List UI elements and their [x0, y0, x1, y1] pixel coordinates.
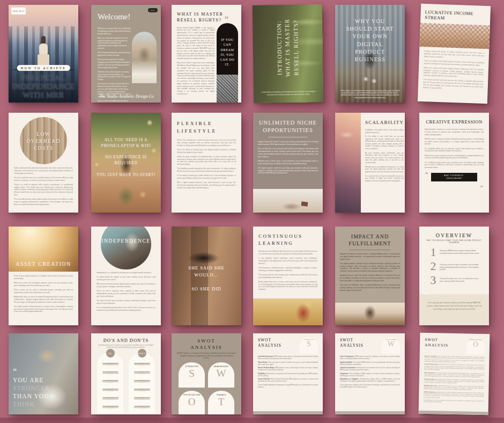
item-number: 03	[107, 378, 113, 384]
page-thumbnail-unlimited-niche[interactable]: UNLIMITED NICHEOPPORTUNITIES Imagine hav…	[253, 113, 323, 213]
title-line: DIGITAL	[338, 41, 402, 48]
page-thumbnail-independence[interactable]: INDEPENDENCE Independence is a hallmark …	[91, 227, 161, 325]
body-text: Digital product creation is a canvas for…	[425, 128, 484, 169]
divider-line	[268, 137, 308, 137]
quadrant-letter: S	[179, 368, 205, 380]
page-thumbnail-she-said[interactable]: SHE SAID SHE WOULD... SO SHE DID	[172, 227, 241, 325]
quadrant-letter: W	[208, 368, 234, 380]
body-text: Low Initial Investment: MRR products oft…	[253, 356, 323, 383]
quote-line: YOU ARE	[13, 376, 50, 384]
page-thumbnail-what-is-mrr[interactable]: WHAT IS MASTERRESELL RIGHTS? Master Rese…	[172, 5, 241, 103]
title-line: INDEPENDANCE	[9, 82, 78, 91]
sunset-photo-strip	[335, 113, 361, 213]
list-item: 02	[97, 368, 123, 377]
title-line: RESELL RIGHTS?	[291, 4, 301, 93]
cover-title: FINANCIALINDEPENDANCEWITH MRR	[9, 74, 78, 100]
body-text: Revenue Generation: MRR products offer a…	[419, 355, 490, 399]
dont-column: DON'T 01 02 03 04 05	[129, 353, 155, 414]
swot-entry: Diverse Product Range: MRR products cove…	[258, 367, 318, 371]
entry-lead: Dependence on Suppliers:	[340, 378, 359, 380]
paragraph: Imagine having the power to create somet…	[424, 50, 484, 60]
page-thumbnail-stronger-quote[interactable]: ” YOU ARE STRONGER THAN YOU THINK	[9, 333, 78, 414]
paragraph: As your business gains momentum, you can…	[365, 152, 404, 164]
page-thumbnail-all-you-need[interactable]: ALL YOU NEED IS A PHONE/LAPTOP & WIFINO …	[91, 113, 161, 213]
closing-text: These weaknesses highlight some of the p…	[340, 384, 400, 389]
paragraph: This means that the hard work you put in…	[423, 78, 484, 91]
swot-entry: Lack of Uniqueness: MRR products may lac…	[340, 356, 400, 360]
page-thumbnail-why-start[interactable]: WHY YOUSHOULD STARTYOUR OWNDIGITALPRODUC…	[335, 5, 405, 103]
list-item: 06	[97, 403, 123, 411]
quote-line: STRONGER	[13, 384, 50, 392]
paragraph: Your digital products, whether they're i…	[340, 262, 400, 273]
page-title: IMPACT ANDFULFILLMENT	[338, 233, 402, 247]
swot-entry: Affiliate Marketing: Entrepreneurs can e…	[424, 391, 484, 399]
page-thumbnail-scalability[interactable]: SCALABILITY Scalability is the golden ti…	[335, 113, 405, 213]
swot-entry: Dependence on Suppliers: Entrepreneurs r…	[340, 378, 400, 383]
page-thumbnail-swot-opportunities[interactable]: SWOTANALYSIS OPPORTUNITIES O Revenue Gen…	[419, 333, 490, 415]
signature-script: The Studio Aesthetic Design Co	[97, 94, 157, 99]
paragraph: This journey will not only sharpen your …	[258, 274, 317, 279]
do-badge: DO	[106, 349, 115, 358]
list-item: 01	[129, 360, 155, 368]
paragraph: In this dynamic digital landscape, you'l…	[258, 257, 317, 265]
page-thumbnail-asset-creation[interactable]: ASSET CREATION Think of your digital pro…	[9, 227, 78, 325]
body-text: Imagine having the power to create somet…	[418, 47, 490, 91]
page-thumbnail-creative-expression[interactable]: CREATIVE EXPRESSION Digital product crea…	[419, 113, 489, 213]
step-number: 3	[427, 275, 440, 286]
swot-entry: Limited Customization: Entrepreneurs hav…	[340, 367, 400, 371]
title-line: SWOT	[340, 338, 364, 343]
paragraph: It's a journey that can lead to remarkab…	[365, 175, 404, 183]
entry-lead: Niche Domination:	[424, 372, 435, 373]
paragraph: It's a fulfilling journey where your cre…	[425, 162, 484, 169]
page-title: SWOTANALYSIS	[172, 338, 241, 351]
page-thumbnail-dos-donts[interactable]: DO'S AND DON'TS By following these do's …	[91, 333, 161, 414]
quote-open-icon: “	[423, 290, 427, 300]
page-title: LOW OVERHEADCOSTS	[20, 130, 67, 151]
page-thumbnail-continuous-learning[interactable]: CONTINUOUSLEARNING Starting your own dig…	[253, 227, 323, 325]
step-number: 2	[427, 261, 440, 272]
more-options-icon[interactable]: •••	[148, 8, 158, 12]
list-item: 03	[129, 377, 155, 385]
page-thumbnail-low-overhead[interactable]: LOW OVERHEADCOSTS Unlike traditional bri…	[9, 113, 78, 213]
paragraph: This sense of fulfillment adds a profoun…	[340, 284, 400, 291]
paragraph: With over a decade of experience in the …	[98, 37, 131, 50]
entry-lead: Quality Variability:	[340, 362, 352, 363]
page-thumbnail-impact-fulfillment[interactable]: IMPACT ANDFULFILLMENT Beyond the financi…	[335, 227, 405, 325]
arch-portrait-photo	[132, 32, 157, 83]
page-thumbnail-swot-strengths[interactable]: SWOTANALYSIS STRENGTHS S Low Initial Inv…	[253, 333, 323, 414]
page-thumbnail-lucrative-income[interactable]: LUCRATIVE INCOME STREAM Imagine having t…	[418, 4, 491, 104]
bookmark-quote: IF YOU CAN DREAM IT, YOU CAN DO IT.	[219, 37, 236, 67]
paragraph: That's the magic of the digital product …	[424, 60, 484, 67]
item-number: 01	[107, 361, 113, 367]
entry-lead: Product Bundling:	[424, 378, 435, 380]
swot-entry: Time-efficient: They save time on produc…	[258, 362, 318, 366]
step-number: 1	[427, 247, 440, 258]
body-text: Starting your own digital product busine…	[258, 250, 317, 291]
callout-text: Once you get your system in place, you'l…	[426, 301, 483, 311]
title-line: SWOT	[425, 337, 448, 342]
page-thumbnail-cover[interactable]: Studio & Co HOW TO ACHIEVE FINANCIALINDE…	[9, 5, 78, 103]
page-thumbnail-flexible-lifestyle[interactable]: FLEXIBLELIFESTYLE Picture this: waking u…	[172, 113, 241, 213]
paragraph: You'll become a lifelong learner, acquir…	[258, 267, 317, 272]
page-thumbnail-overview[interactable]: OVERVIEW WHY YOU SHOULD START YOUR OWN D…	[419, 227, 489, 325]
entry-text: The availability of MRR products can lea…	[340, 373, 400, 377]
banner-line: ASK YOURSELF:	[433, 174, 475, 177]
dos-donts-columns: DO 01 02 03 04 05	[91, 353, 161, 414]
paragraph: You're not tied to someone else's agenda…	[97, 290, 155, 297]
paragraph: Starting your own digital product busine…	[258, 250, 317, 256]
item-number: 03	[139, 378, 145, 384]
page-thumbnail-introduction[interactable]: INTRODUCTION:WHAT IS MASTERRESELL RIGHTS…	[253, 4, 324, 103]
item-number: 01	[139, 361, 145, 367]
quote-tagline: SO SHE DID	[176, 286, 237, 293]
paragraph: Welcome to a space where we're dedicated…	[98, 27, 131, 35]
page-thumbnail-swot-grid[interactable]: SWOTANALYSIS A SWOT analysis is a strate…	[172, 333, 241, 414]
background-floor-shade	[0, 418, 504, 423]
quote-line: THAN YOU	[13, 392, 50, 400]
page-thumbnail-swot-weaknesses[interactable]: SWOTANALYSIS WEAKNESSES W Lack of Unique…	[335, 333, 405, 414]
title-line: COSTS	[20, 144, 67, 151]
title-line: WITH MRR	[9, 91, 78, 99]
page-thumbnail-welcome[interactable]: ••• Welcome! Welcome to a space where we…	[91, 5, 161, 103]
entry-lead: Time-efficient:	[258, 362, 268, 363]
paragraph: When you create and sell digital product…	[14, 282, 73, 287]
paragraph: Join us on this incredible journey, wher…	[98, 100, 131, 103]
